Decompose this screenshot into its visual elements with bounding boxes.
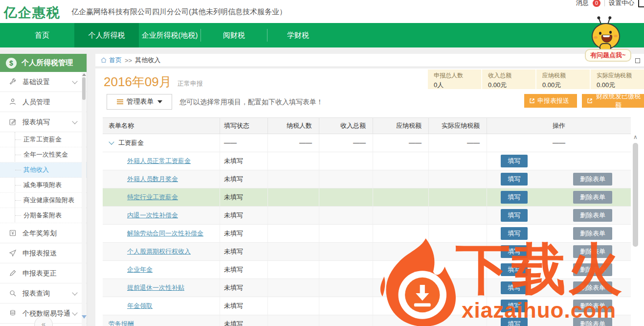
helper-mascot[interactable]: 有问题点我~ <box>588 20 637 59</box>
fill-button[interactable]: 填写 <box>501 155 528 167</box>
row-total-income <box>319 297 373 315</box>
row-taxpayer-count <box>268 207 319 224</box>
row-status: 未填写 <box>220 279 268 297</box>
sidebar: $ 个人所得税管理 基础设置 人员管理 报表填写 正常工资薪金 全年一次性奖金 … <box>0 54 87 326</box>
row-total-income <box>319 261 373 279</box>
delete-form-button[interactable]: 删除表单 <box>573 173 612 186</box>
form-name-link[interactable]: 企业年金 <box>109 266 153 273</box>
group-row-salary[interactable]: 工资薪金 —— —— —— —— —— —— <box>103 134 631 152</box>
form-name-link[interactable]: 提前退休一次性补贴 <box>109 284 184 291</box>
row-total-income <box>319 315 373 326</box>
tab-enterprise-income-tax[interactable]: 企业所得税(地税) <box>139 23 200 47</box>
fill-button[interactable]: 填写 <box>501 209 528 222</box>
row-taxpayer-count <box>268 243 319 260</box>
download-site-watermark: 下载火 xiazaihuo.com <box>378 238 644 326</box>
window-restore-icon[interactable] <box>635 58 640 63</box>
declaration-submit-button[interactable]: 申报表报送 <box>524 94 577 108</box>
tab-read-tax[interactable]: 阅财税 <box>201 23 267 47</box>
table-scroll-up-icon[interactable]: ∧ <box>633 134 638 140</box>
row-tax-payable <box>373 152 429 170</box>
sidebar-item-label: 报表填写 <box>22 112 50 132</box>
form-name-link[interactable]: 外籍人员正常工资薪金 <box>109 157 191 164</box>
sidebar-item-report-fill[interactable]: 报表填写 <box>0 112 87 132</box>
row-status: 未填写 <box>220 207 268 224</box>
tab-home[interactable]: 首页 <box>10 23 74 47</box>
col-actual-tax-payable: 实际应纳税额 <box>429 118 487 134</box>
row-taxpayer-count <box>268 279 319 297</box>
sidebar-item-other-income[interactable]: 其他收入 <box>0 163 87 178</box>
row-total-income <box>319 170 373 188</box>
messages-link[interactable]: 消息 <box>576 0 589 7</box>
main-nav: 首页 个人所得税 企业所得税(地税) 阅财税 学财税 <box>0 23 644 47</box>
breadcrumb: 首页 >> 其他收入 <box>95 54 644 67</box>
export-icon <box>587 98 593 104</box>
form-name-link[interactable]: 个人股票期权行权收入 <box>109 248 191 255</box>
form-name-link[interactable]: 劳务报酬 <box>109 320 134 326</box>
yen-icon <box>9 229 17 237</box>
table-header: 表单名称 填写状态 纳税人数 收入总额 应纳税额 实际应纳税额 操作 <box>103 117 631 134</box>
sidebar-item-annual-bonus[interactable]: 全年一次性奖金 <box>0 147 87 163</box>
row-taxpayer-count <box>268 188 319 206</box>
sidebar-item-basic-settings[interactable]: 基础设置 <box>0 72 87 92</box>
sidebar-item-label: 人员管理 <box>22 92 50 112</box>
finance-paid-tax-button[interactable]: 财政统发已缴税额 <box>582 94 644 108</box>
row-taxpayer-count <box>268 225 319 242</box>
form-name-link[interactable]: 解除劳动合同一次性补偿金 <box>109 230 203 237</box>
help-bubble[interactable]: 有问题点我~ <box>585 49 631 62</box>
user-icon <box>9 98 17 106</box>
sidebar-item-personnel[interactable]: 人员管理 <box>0 92 87 112</box>
export-icon <box>529 98 535 104</box>
delete-form-button[interactable]: 删除表单 <box>573 191 612 204</box>
fill-button[interactable]: 填写 <box>501 173 528 186</box>
row-status: 未填写 <box>220 170 268 188</box>
sidebar-item-deduction-schedule[interactable]: 减免事项附表 <box>0 178 87 193</box>
scrollbar-thumb[interactable] <box>82 77 86 100</box>
scroll-up-arrow-icon[interactable] <box>82 73 86 76</box>
sidebar-scrollbar[interactable] <box>82 72 86 326</box>
delete-form-button[interactable]: 删除表单 <box>573 209 612 222</box>
row-total-income <box>319 207 373 224</box>
col-fill-status: 填写状态 <box>220 118 268 134</box>
edit-icon <box>9 118 17 126</box>
table-scrollbar-thumb[interactable] <box>633 143 638 247</box>
stat-actual-tax-payable: 实际应纳税额 0.00元 <box>590 70 644 89</box>
fill-button[interactable]: 填写 <box>501 191 528 204</box>
sidebar-item-label: 基础设置 <box>22 72 50 92</box>
logout-icon[interactable] <box>638 0 644 7</box>
sidebar-item-health-insurance-schedule[interactable]: 商业健康保险附表 <box>0 193 87 208</box>
manage-forms-button[interactable]: 管理表单 <box>107 94 172 110</box>
tab-personal-income-tax[interactable]: 个人所得税 <box>74 23 139 47</box>
form-name-link[interactable]: 外籍人员数月奖金 <box>109 175 178 183</box>
row-actual-tax-payable <box>429 170 487 188</box>
row-taxpayer-count <box>268 152 319 170</box>
sidebar-item-declaration-submit[interactable]: 申报表报送 <box>0 243 87 263</box>
form-name-link[interactable]: 年金领取 <box>109 302 153 309</box>
chevron-down-icon <box>72 290 77 295</box>
sidebar-item-normal-salary[interactable]: 正常工资薪金 <box>0 132 87 147</box>
row-actual-tax-payable <box>429 188 487 206</box>
settings-center-link[interactable]: 设置中心 <box>609 0 634 7</box>
form-name-link[interactable]: 内退一次性补偿金 <box>109 211 178 219</box>
stat-label: 实际应纳税额 <box>597 71 644 80</box>
row-taxpayer-count <box>268 170 319 188</box>
sidebar-item-annual-bonus-planning[interactable]: 全年奖筹划 <box>0 223 87 243</box>
row-status: 未填写 <box>220 225 268 242</box>
sidebar-item-report-query[interactable]: 报表查询 <box>0 283 87 303</box>
stat-label: 收入总额 <box>488 71 535 80</box>
table-row: 外籍人员数月奖金未填写填写删除表单 <box>103 170 631 188</box>
breadcrumb-separator: >> <box>125 57 132 64</box>
stat-value: 0.00元 <box>542 81 590 90</box>
stat-label: 应纳税额 <box>542 71 590 80</box>
row-taxpayer-count <box>268 261 319 279</box>
sidebar-item-declaration-correct[interactable]: 申报表更正 <box>0 263 87 283</box>
sidebar-item-installment-schedule[interactable]: 分期备案附表 <box>0 208 87 223</box>
form-name-link[interactable]: 特定行业工资薪金 <box>109 193 178 201</box>
scroll-down-arrow-icon[interactable] <box>82 315 87 319</box>
col-tax-payable: 应纳税额 <box>373 118 429 134</box>
group-dash: —— <box>319 134 373 152</box>
tab-learn-tax[interactable]: 学财税 <box>267 23 329 47</box>
coins-icon <box>9 309 17 317</box>
breadcrumb-home-link[interactable]: 首页 <box>109 56 122 65</box>
watermark-text: 下载火 <box>456 233 623 306</box>
table-row: 特定行业工资薪金未填写填写删除表单 <box>103 188 631 207</box>
